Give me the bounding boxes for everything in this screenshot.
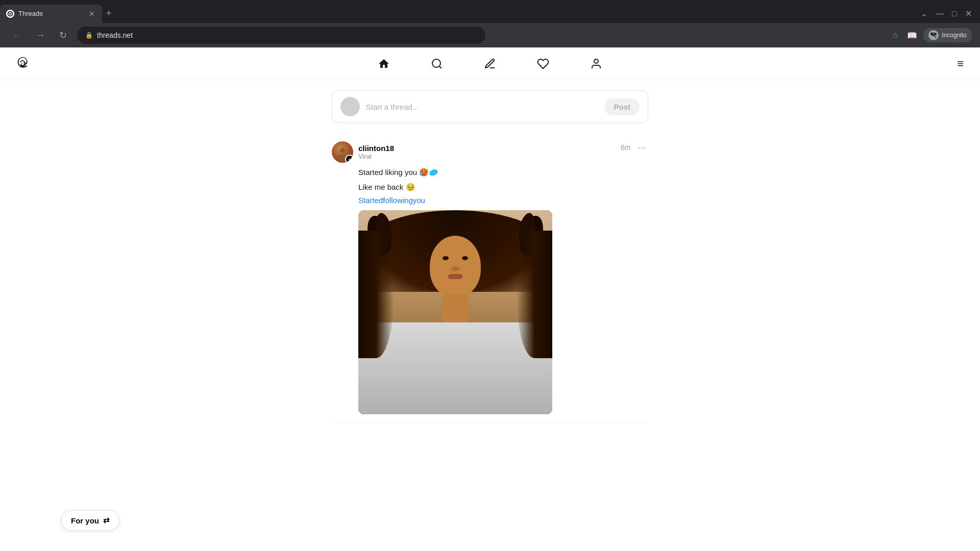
address-input[interactable]: 🔒 threads.net	[77, 27, 485, 44]
close-window-button[interactable]: ✕	[963, 7, 974, 20]
tab-list-button[interactable]: ⌄	[919, 7, 929, 20]
profile-nav-icon[interactable]	[585, 53, 607, 75]
post-link[interactable]: Startedfollowingyou	[358, 196, 425, 205]
bookmark-button[interactable]: ☆	[890, 29, 901, 42]
home-nav-icon[interactable]	[373, 53, 395, 75]
post-card: + cliinton18 Viral 6m ··· Started liking…	[332, 133, 648, 423]
post-image[interactable]	[358, 210, 552, 414]
more-options-button[interactable]: ···	[635, 141, 648, 153]
menu-button[interactable]: ≡	[953, 53, 968, 74]
post-image-placeholder	[358, 210, 552, 414]
active-tab[interactable]: Threads ✕	[0, 5, 102, 23]
reload-button[interactable]: ↻	[55, 28, 71, 43]
post-text-line1: Started liking you 🥵🥏	[358, 167, 648, 179]
minimize-button[interactable]: —	[934, 7, 946, 20]
post-button[interactable]: Post	[604, 98, 640, 115]
main-content: Start a thread... Post	[0, 80, 980, 551]
for-you-icon: ⇄	[103, 516, 110, 525]
search-nav-icon[interactable]	[426, 53, 448, 75]
compose-nav-icon[interactable]	[479, 53, 501, 75]
nav-center	[373, 53, 607, 75]
lock-icon: 🔒	[85, 32, 93, 39]
viral-label: Viral	[358, 153, 394, 160]
tab-favicon	[6, 10, 14, 18]
reading-mode-button[interactable]: 📖	[905, 29, 919, 42]
browser-chrome: Threads ✕ + ⌄ — □ ✕ ← → ↻ 🔒 threads.net …	[0, 0, 980, 47]
svg-point-1	[432, 59, 440, 67]
maximize-button[interactable]: □	[950, 7, 959, 20]
post-meta: 6m ···	[621, 141, 648, 153]
post-time: 6m	[621, 143, 630, 152]
top-nav: ≡	[0, 47, 980, 80]
address-bar: ← → ↻ 🔒 threads.net ☆ 📖 Incognito	[0, 23, 980, 47]
incognito-label: Incognito	[942, 32, 967, 39]
page: ≡ Start a thread... Post	[0, 47, 980, 551]
back-button[interactable]: ←	[8, 28, 26, 43]
feed-container: Start a thread... Post	[332, 90, 648, 551]
new-thread-box[interactable]: Start a thread... Post	[332, 90, 648, 123]
for-you-label: For you	[71, 516, 99, 525]
post-author: + cliinton18 Viral	[332, 141, 394, 163]
forward-button[interactable]: →	[32, 28, 49, 43]
nav-right: ≡	[953, 57, 968, 70]
svg-point-0	[9, 13, 11, 15]
incognito-badge[interactable]: Incognito	[923, 28, 972, 42]
threads-logo[interactable]	[12, 54, 33, 74]
tab-title: Threads	[18, 10, 84, 17]
for-you-pill[interactable]: For you ⇄	[61, 510, 119, 531]
current-user-avatar	[340, 97, 360, 116]
post-text-line2: Like me back 🥹	[358, 182, 648, 193]
tab-bar: Threads ✕ + ⌄ — □ ✕	[0, 0, 980, 23]
post-content: Started liking you 🥵🥏 Like me back 🥹 Sta…	[332, 167, 648, 414]
svg-point-3	[340, 148, 345, 153]
author-info: cliinton18 Viral	[358, 144, 394, 160]
svg-point-2	[594, 59, 598, 63]
tab-close-button[interactable]: ✕	[88, 9, 96, 19]
author-name[interactable]: cliinton18	[358, 144, 394, 153]
follow-add-icon[interactable]: +	[345, 155, 353, 163]
tab-controls: ⌄ — □ ✕	[919, 7, 980, 20]
post-header: + cliinton18 Viral 6m ···	[332, 141, 648, 163]
address-text: threads.net	[97, 31, 133, 39]
thread-input-placeholder[interactable]: Start a thread...	[366, 103, 598, 111]
activity-nav-icon[interactable]	[532, 53, 554, 75]
address-actions: ☆ 📖 Incognito	[890, 28, 972, 42]
author-avatar[interactable]: +	[332, 141, 353, 163]
incognito-icon	[928, 30, 939, 40]
new-tab-button[interactable]: +	[102, 8, 116, 19]
